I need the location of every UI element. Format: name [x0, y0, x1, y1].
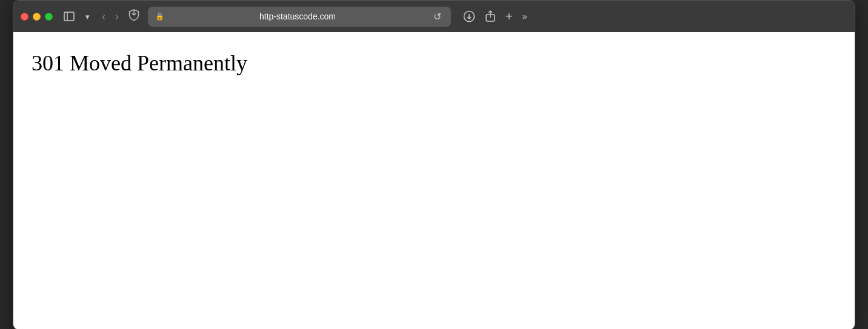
traffic-lights: [21, 13, 53, 21]
plus-icon: +: [506, 10, 513, 24]
close-button[interactable]: [21, 13, 28, 21]
sidebar-icon: [64, 12, 75, 21]
forward-button[interactable]: ›: [112, 9, 122, 24]
back-icon: ‹: [102, 10, 105, 22]
more-icon: »: [522, 12, 527, 21]
maximize-button[interactable]: [45, 13, 53, 21]
address-bar[interactable]: 🔒 http-statuscode.com ↺: [148, 7, 451, 27]
share-button[interactable]: [482, 8, 498, 25]
chevron-down-button[interactable]: ▾: [83, 10, 92, 24]
back-button[interactable]: ‹: [98, 9, 109, 24]
shield-icon: [129, 9, 139, 24]
forward-icon: ›: [115, 10, 119, 22]
download-icon: [463, 10, 475, 22]
new-tab-button[interactable]: +: [503, 7, 515, 26]
chevron-down-icon: ▾: [85, 12, 90, 21]
nav-buttons: ‹ ›: [98, 9, 122, 24]
page-heading: 301 Moved Permanently: [32, 50, 836, 76]
browser-toolbar: ▾ ‹ › 🔒 http-statuscode.com ↺: [13, 1, 855, 32]
lock-icon: 🔒: [155, 12, 164, 21]
svg-rect-0: [64, 12, 74, 21]
browser-content: 301 Moved Permanently: [13, 32, 855, 329]
url-text: http-statuscode.com: [168, 12, 427, 21]
browser-window: ▾ ‹ › 🔒 http-statuscode.com ↺: [13, 0, 855, 329]
toolbar-right: + »: [461, 7, 529, 26]
reload-button[interactable]: ↺: [431, 10, 444, 24]
download-button[interactable]: [461, 8, 478, 25]
minimize-button[interactable]: [33, 13, 41, 21]
more-button[interactable]: »: [520, 9, 530, 24]
share-icon: [485, 10, 496, 22]
sidebar-toggle-button[interactable]: [61, 9, 77, 24]
reload-icon: ↺: [433, 12, 441, 22]
